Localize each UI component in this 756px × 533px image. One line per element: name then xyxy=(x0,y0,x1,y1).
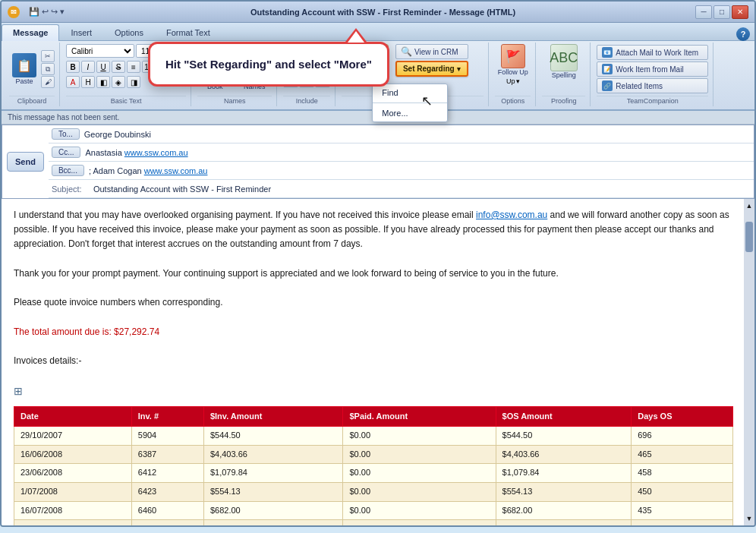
align-left-button[interactable]: ◧ xyxy=(96,76,110,88)
tab-options[interactable]: Options xyxy=(103,24,155,40)
callout-container: Hit "Set Regarding" and select "More" xyxy=(148,42,389,87)
dropdown-divider xyxy=(373,102,447,103)
followup-group-content: 🚩 Follow Up Up ▾ xyxy=(498,44,528,94)
email-body-content: I understand that you may have overlooke… xyxy=(14,208,742,525)
send-button[interactable]: Send xyxy=(7,152,44,172)
font-color-button[interactable]: A xyxy=(66,76,80,88)
col-inv: Inv. # xyxy=(131,406,203,427)
bold-button[interactable]: B xyxy=(66,61,80,73)
bcc-link[interactable]: www.ssw.com.au xyxy=(144,166,208,175)
tab-insert[interactable]: Insert xyxy=(59,24,103,40)
table-row: 29/10/20075904$544.50$0.00$544.50696 xyxy=(14,427,733,446)
bullet-list-button[interactable]: ≡ xyxy=(127,61,140,73)
send-button-label: Send xyxy=(15,157,36,166)
paste-label: Paste xyxy=(15,77,33,85)
highlight-button[interactable]: H xyxy=(81,76,95,88)
table-cell-2-5: 458 xyxy=(632,464,733,483)
email-link-info[interactable]: info@ssw.com.au xyxy=(476,210,547,220)
set-regarding-button[interactable]: Set Regarding ▾ xyxy=(395,61,468,77)
related-items-icon: 🔗 xyxy=(602,80,613,91)
tab-format-text[interactable]: Format Text xyxy=(155,24,222,40)
bcc-value[interactable]: ; Adam Cogan www.ssw.com.au xyxy=(89,166,751,175)
clipboard-area: 📋 Paste ✂ ⧉ 🖌 xyxy=(9,50,55,88)
body-invoices-label: Invoices details:- xyxy=(14,354,733,368)
dropdown-more-item[interactable]: More... xyxy=(373,105,447,121)
crm-right-buttons: 🔍 View in CRM Set Regarding ▾ xyxy=(395,44,468,77)
main-window: ✉ 💾 ↩ ↪ ▾ Outstanding Account with SSW -… xyxy=(0,0,756,527)
follow-up-icon: 🚩 xyxy=(501,44,525,68)
format-painter-button[interactable]: 🖌 xyxy=(41,76,55,88)
follow-up-button[interactable]: 🚩 Follow Up xyxy=(498,44,528,76)
callout-text: Hit "Set Regarding" and select "More" xyxy=(165,58,372,71)
proofing-content: ABC Spelling xyxy=(550,44,578,94)
table-cell-0-1: 5904 xyxy=(131,427,203,446)
copy-button[interactable]: ⧉ xyxy=(41,63,55,75)
set-regarding-dropdown: Find More... xyxy=(372,84,448,122)
view-in-crm-button[interactable]: 🔍 View in CRM xyxy=(395,44,468,59)
table-header-row: Date Inv. # $Inv. Amount $Paid. Amount $… xyxy=(14,406,733,427)
tab-message[interactable]: Message xyxy=(2,24,59,41)
attach-mail-to-work-item-button[interactable]: 📧 Attach Mail to Work Item xyxy=(597,45,708,60)
table-cell-4-3: $0.00 xyxy=(343,501,496,520)
table-cell-2-0: 23/06/2008 xyxy=(14,464,132,483)
table-cell-4-1: 6460 xyxy=(131,501,203,520)
clipboard-small-buttons: ✂ ⧉ 🖌 xyxy=(41,50,55,88)
col-days-os: Days OS xyxy=(632,406,733,427)
app-icon: ✉ xyxy=(8,6,20,18)
cut-button[interactable]: ✂ xyxy=(41,50,55,62)
set-regarding-dropdown-icon: ▾ xyxy=(457,65,461,73)
maximize-button[interactable]: □ xyxy=(713,5,730,19)
to-value[interactable]: George Doubinski xyxy=(84,130,751,139)
view-in-crm-label: View in CRM xyxy=(414,48,458,56)
body-paragraph-2: Thank you for your prompt payment. Your … xyxy=(14,266,733,281)
col-date: Date xyxy=(14,406,132,427)
strikethrough-button[interactable]: S xyxy=(112,61,125,73)
table-cell-3-1: 6423 xyxy=(131,483,203,502)
underline-button[interactable]: U xyxy=(96,61,110,73)
bcc-button[interactable]: Bcc... xyxy=(52,165,84,176)
table-cell-5-3: $0.00 xyxy=(343,520,496,525)
more-quick-btn[interactable]: ▾ xyxy=(60,7,65,17)
spelling-button[interactable]: ABC Spelling xyxy=(550,44,578,79)
help-button[interactable]: ? xyxy=(736,27,750,41)
col-os-amount: $OS Amount xyxy=(496,406,632,427)
redo-quick-btn[interactable]: ↪ xyxy=(51,7,58,17)
minimize-button[interactable]: ─ xyxy=(695,5,712,19)
new-work-item-from-mail-button[interactable]: 📝 Work Item from Mail xyxy=(597,62,708,77)
paste-button[interactable]: 📋 Paste xyxy=(9,53,39,85)
table-cell-1-1: 6387 xyxy=(131,445,203,464)
callout-box: Hit "Set Regarding" and select "More" xyxy=(148,42,389,87)
email-to-row: To... George Doubinski xyxy=(49,125,754,144)
font-family-select[interactable]: Calibri xyxy=(66,44,134,58)
subject-label: Subject: xyxy=(52,184,93,194)
align-center-button[interactable]: ◈ xyxy=(112,76,125,88)
cc-value[interactable]: Anastasia www.ssw.com.au xyxy=(85,148,751,157)
scroll-thumb[interactable] xyxy=(745,222,753,252)
related-items-button[interactable]: 🔗 Related Items xyxy=(597,78,708,93)
subject-value[interactable]: Outstanding Account with SSW - First Rem… xyxy=(93,184,751,194)
scroll-bar[interactable]: ▲ ▼ xyxy=(744,199,754,525)
email-body[interactable]: ▲ ▼ I understand that you may have overl… xyxy=(2,199,754,525)
include-group-label: Include xyxy=(283,96,330,105)
clipboard-group-content: 📋 Paste ✂ ⧉ 🖌 xyxy=(9,44,55,94)
table-expand-icon[interactable]: ⊞ xyxy=(14,383,733,399)
cc-button[interactable]: Cc... xyxy=(52,147,81,158)
close-button[interactable]: ✕ xyxy=(732,5,748,19)
col-paid-amount: $Paid. Amount xyxy=(343,406,496,427)
undo-quick-btn[interactable]: ↩ xyxy=(42,7,49,17)
new-work-item-label: Work Item from Mail xyxy=(616,65,683,74)
italic-button[interactable]: I xyxy=(81,61,95,73)
email-subject-row: Subject: Outstanding Account with SSW - … xyxy=(49,180,754,198)
ribbon-group-followup: 🚩 Follow Up Up ▾ Options xyxy=(490,43,536,106)
table-cell-1-0: 16/06/2008 xyxy=(14,445,132,464)
cc-link[interactable]: www.ssw.com.au xyxy=(124,148,188,157)
body-total: The total amount due is: $27,292.74 xyxy=(14,325,733,339)
save-quick-btn[interactable]: 💾 xyxy=(29,7,39,17)
new-work-item-icon: 📝 xyxy=(602,64,613,74)
to-button[interactable]: To... xyxy=(52,128,80,140)
window-controls: ─ □ ✕ xyxy=(695,5,748,19)
align-right-button[interactable]: ◨ xyxy=(127,76,140,88)
dropdown-find-item[interactable]: Find xyxy=(373,84,447,101)
table-cell-0-5: 696 xyxy=(632,427,733,446)
table-cell-3-4: $554.13 xyxy=(496,483,632,502)
